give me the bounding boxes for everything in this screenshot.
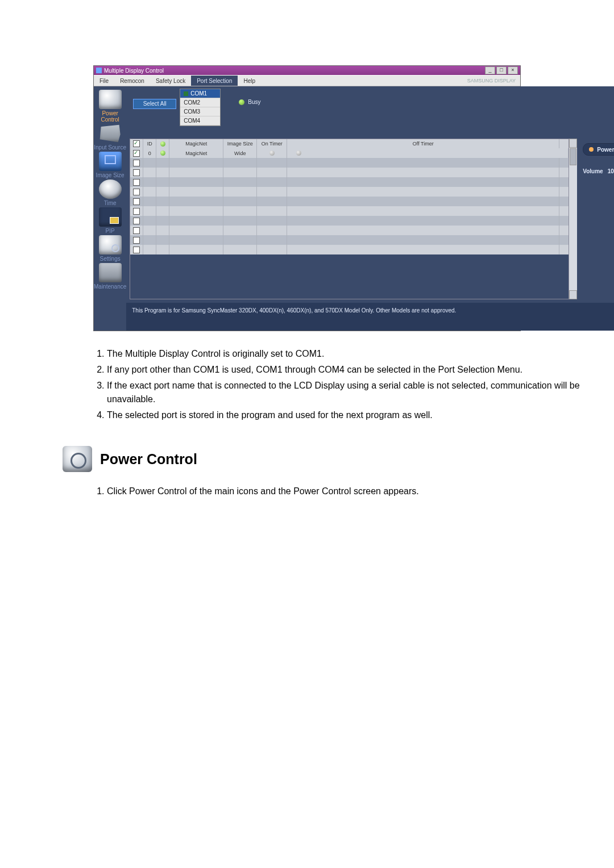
- sidebar-label: Power Control: [94, 110, 126, 123]
- brand-label: SAMSUNG DISPLAY: [467, 78, 520, 84]
- header-checkbox[interactable]: [130, 139, 143, 148]
- timer-dot-icon: [296, 151, 301, 156]
- top-row: Select All COM1 COM2 COM3 COM4 Busy: [126, 86, 614, 139]
- table-row[interactable]: [130, 197, 569, 206]
- dropdown-item-com3[interactable]: COM3: [180, 107, 220, 116]
- pip-icon: [99, 207, 122, 227]
- menu-help[interactable]: Help: [238, 76, 261, 86]
- instruction-list-2: Click Power Control of the main icons an…: [84, 485, 580, 498]
- table-row[interactable]: [130, 245, 569, 254]
- app-screenshot: Multiple Display Control _ □ × File Remo…: [93, 65, 521, 331]
- window-titlebar: Multiple Display Control _ □ ×: [94, 66, 520, 75]
- row-checkbox[interactable]: [133, 160, 140, 166]
- status-dot-icon: [160, 151, 165, 156]
- table-row[interactable]: [130, 158, 569, 168]
- power-control-section-icon: [63, 446, 92, 472]
- sidebar-label: Maintenance: [94, 283, 126, 290]
- section-header: Power Control: [63, 446, 580, 472]
- list-item: The Multiple Display Control is original…: [107, 347, 601, 361]
- row-checkbox[interactable]: [133, 189, 140, 195]
- sidebar-item-power-control[interactable]: Power Control: [94, 90, 126, 123]
- row-checkbox[interactable]: [133, 247, 140, 253]
- timer-dot-icon: [269, 151, 275, 156]
- list-item: Click Power Control of the main icons an…: [107, 485, 580, 498]
- volume-control: Volume 10: [583, 168, 614, 174]
- menu-safety-lock[interactable]: Safety Lock: [150, 76, 191, 86]
- list-item: If the exact port name that is connected…: [107, 379, 601, 406]
- volume-label: Volume: [583, 168, 603, 174]
- maximize-button[interactable]: □: [496, 66, 507, 74]
- row-image-size: Wide: [223, 148, 257, 158]
- table-row[interactable]: [130, 168, 569, 177]
- row-checkbox[interactable]: [133, 198, 140, 205]
- busy-dot-icon: [239, 99, 244, 105]
- scroll-up-icon[interactable]: [569, 139, 577, 148]
- scroll-down-icon[interactable]: [569, 290, 577, 299]
- sidebar-item-settings[interactable]: Settings: [94, 235, 126, 262]
- dropdown-item-com4[interactable]: COM4: [180, 116, 220, 126]
- busy-indicator: Busy: [239, 99, 260, 105]
- row-checkbox[interactable]: [133, 218, 140, 224]
- menu-file[interactable]: File: [94, 76, 114, 86]
- table-row[interactable]: [130, 226, 569, 235]
- sidebar-item-image-size[interactable]: Image Size: [94, 152, 126, 178]
- row-checkbox[interactable]: [133, 169, 140, 176]
- table-row[interactable]: [130, 206, 569, 216]
- image-size-icon: [99, 152, 122, 171]
- main-area: Select All COM1 COM2 COM3 COM4 Busy: [126, 86, 614, 331]
- sidebar-label: Input Source: [94, 144, 126, 151]
- vertical-scrollbar[interactable]: [569, 139, 577, 299]
- header-off-timer: Off Timer: [287, 139, 559, 148]
- dropdown-item-com2[interactable]: COM2: [180, 98, 220, 107]
- header-status: [156, 139, 169, 148]
- page: Multiple Display Control _ □ × File Remo…: [0, 65, 614, 868]
- sidebar-item-time[interactable]: Time: [94, 180, 126, 206]
- table-row[interactable]: [130, 235, 569, 245]
- busy-label: Busy: [248, 99, 260, 105]
- sidebar-item-pip[interactable]: PIP: [94, 207, 126, 234]
- minimize-button[interactable]: _: [485, 66, 495, 74]
- table-row[interactable]: 0 MagicNet Wide: [130, 148, 569, 158]
- header-id: ID: [143, 139, 156, 148]
- row-checkbox[interactable]: [133, 150, 140, 157]
- sidebar: Power Control Input Source Image Size Ti…: [94, 86, 126, 331]
- table-area: ID MagicNet Image Size On Timer Off Time…: [130, 139, 614, 299]
- input-source-icon: [99, 124, 122, 143]
- power-on-button[interactable]: Power On: [583, 143, 614, 156]
- close-button[interactable]: ×: [508, 66, 518, 74]
- grid-header: ID MagicNet Image Size On Timer Off Time…: [130, 139, 569, 148]
- volume-value: 10: [608, 168, 614, 174]
- dropdown-item-com1[interactable]: COM1: [180, 89, 220, 98]
- port-dropdown[interactable]: COM1 COM2 COM3 COM4: [180, 89, 221, 126]
- select-all-button[interactable]: Select All: [133, 99, 176, 109]
- sidebar-item-input-source[interactable]: Input Source: [94, 124, 126, 151]
- maintenance-icon: [99, 263, 122, 282]
- scroll-thumb[interactable]: [570, 148, 576, 165]
- instruction-list-1: The Multiple Display Control is original…: [84, 347, 601, 422]
- sidebar-label: Time: [94, 200, 126, 206]
- sidebar-item-maintenance[interactable]: Maintenance: [94, 263, 126, 290]
- row-checkbox[interactable]: [133, 227, 140, 234]
- gear-icon: [99, 235, 122, 254]
- header-magicnet: MagicNet: [169, 139, 223, 148]
- sidebar-label: PIP: [94, 228, 126, 234]
- table-row[interactable]: [130, 216, 569, 226]
- power-icon: [99, 90, 122, 109]
- row-magicnet: MagicNet: [169, 148, 223, 158]
- footer-text: This Program is for Samsung SyncMaster 3…: [132, 307, 456, 314]
- table-row[interactable]: [130, 187, 569, 197]
- header-on-timer: On Timer: [257, 139, 287, 148]
- header-image-size: Image Size: [223, 139, 257, 148]
- list-item: If any port other than COM1 is used, COM…: [107, 363, 601, 377]
- grid-body: 0 MagicNet Wide: [130, 148, 569, 299]
- app-icon: [96, 68, 102, 73]
- list-item: The selected port is stored in the progr…: [107, 408, 601, 422]
- row-checkbox[interactable]: [133, 237, 140, 244]
- menu-remocon[interactable]: Remocon: [114, 76, 150, 86]
- section-title: Power Control: [100, 451, 197, 468]
- menu-port-selection[interactable]: Port Selection: [191, 76, 238, 86]
- row-id: 0: [143, 148, 156, 158]
- row-checkbox[interactable]: [133, 179, 140, 186]
- table-row[interactable]: [130, 177, 569, 187]
- row-checkbox[interactable]: [133, 208, 140, 215]
